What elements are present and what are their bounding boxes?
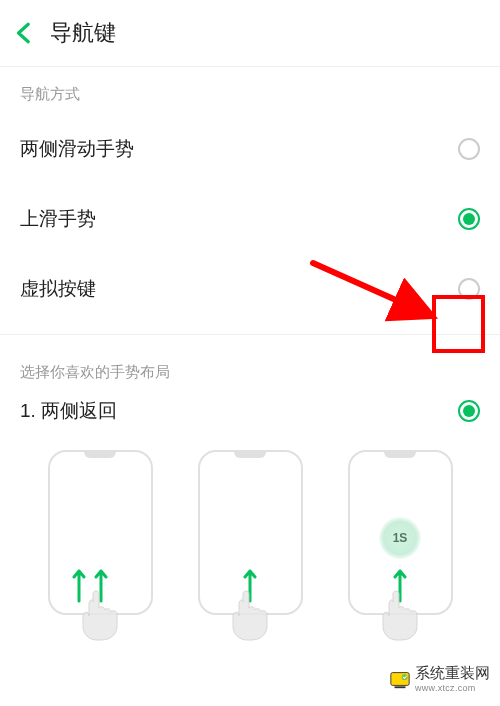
nav-option-side-swipe[interactable]: 两侧滑动手势	[0, 114, 500, 184]
watermark-logo-icon	[389, 668, 411, 690]
back-button[interactable]	[10, 18, 40, 48]
phone-notch-icon	[234, 450, 266, 458]
gesture-preview-row: 1S	[0, 440, 500, 615]
radio-selected-icon	[458, 208, 480, 230]
watermark: 系统重装网 www.xtcz.com	[385, 661, 494, 696]
gesture-preview-phone-3: 1S	[348, 450, 453, 615]
svg-rect-1	[395, 686, 406, 688]
radio-icon	[458, 138, 480, 160]
section-gesture-layout-label: 选择你喜欢的手势布局	[0, 345, 500, 392]
hand-icon	[75, 586, 125, 641]
hand-icon	[225, 586, 275, 641]
divider	[0, 334, 500, 335]
gesture-preview-phone-2	[198, 450, 303, 615]
radio-icon	[458, 278, 480, 300]
radio-selected-icon	[458, 400, 480, 422]
option-label: 两侧滑动手势	[20, 136, 134, 162]
section-nav-method-label: 导航方式	[0, 67, 500, 114]
phone-notch-icon	[84, 450, 116, 458]
gesture-layout-option-1[interactable]: 1. 两侧返回	[0, 392, 500, 440]
phone-notch-icon	[384, 450, 416, 458]
page-title: 导航键	[50, 18, 116, 48]
watermark-text: 系统重装网	[415, 664, 490, 683]
nav-option-virtual-keys[interactable]: 虚拟按键	[0, 254, 500, 324]
header: 导航键	[0, 0, 500, 67]
back-arrow-icon	[12, 20, 38, 46]
option-label: 上滑手势	[20, 206, 96, 232]
option-label: 1. 两侧返回	[20, 398, 117, 424]
gesture-preview-phone-1	[48, 450, 153, 615]
hold-1s-badge: 1S	[379, 517, 421, 559]
option-label: 虚拟按键	[20, 276, 96, 302]
watermark-sub: www.xtcz.com	[415, 683, 490, 693]
nav-option-swipe-up[interactable]: 上滑手势	[0, 184, 500, 254]
hand-icon	[375, 586, 425, 641]
